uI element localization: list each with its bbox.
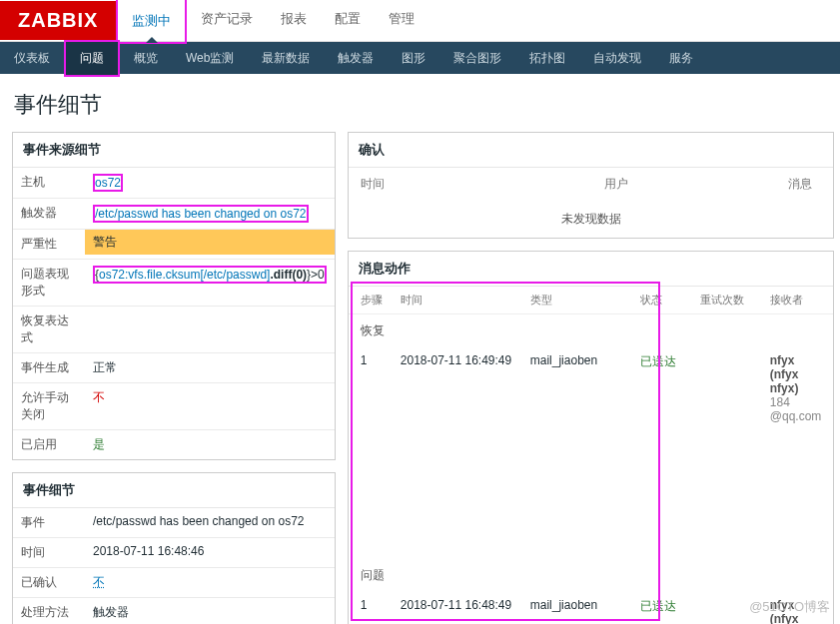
actions-panel: 消息动作 步骤 时间 类型 状态 重试次数 接收者 恢复 1 2018-07-1…: [348, 251, 835, 624]
actions-title: 消息动作: [349, 252, 834, 287]
expr-host-link[interactable]: os72:vfs.file.cksum[/etc/passwd]: [99, 268, 270, 282]
subnav-web[interactable]: Web监测: [172, 42, 248, 75]
event-value: /etc/passwd has been changed on os72: [85, 508, 335, 537]
subnav-maps[interactable]: 拓扑图: [515, 42, 579, 75]
host-label: 主机: [13, 168, 85, 198]
trigger-link[interactable]: /etc/passwd has been changed on os72: [95, 207, 307, 221]
col-type: 类型: [530, 293, 630, 308]
subnav-discovery[interactable]: 自动发现: [579, 42, 655, 75]
row-step: 1: [361, 353, 391, 367]
source-title: 事件来源细节: [13, 133, 335, 168]
enabled-value: 是: [85, 430, 335, 459]
manual-value: 不: [85, 383, 335, 429]
subnav-overview[interactable]: 概览: [120, 42, 172, 75]
severity-label: 严重性: [13, 230, 85, 259]
row-recv-email: 184 @qq.com: [770, 395, 822, 423]
confirm-col-msg: 消息: [788, 176, 812, 193]
col-retry: 重试次数: [700, 293, 760, 308]
confirm-title: 确认: [349, 133, 834, 168]
detail-panel: 事件细节 事件 /etc/passwd has been changed on …: [12, 472, 336, 624]
watermark: @51CTO博客: [749, 598, 830, 616]
action-row: 1 2018-07-11 16:49:49 mail_jiaoben 已送达 n…: [349, 347, 834, 429]
col-time: 时间: [401, 293, 520, 308]
topnav-monitoring[interactable]: 监测中: [118, 0, 185, 42]
row-type: mail_jiaoben: [530, 353, 630, 367]
sub-nav: 仪表板 问题 概览 Web监测 最新数据 触发器 图形 聚合图形 拓扑图 自动发…: [0, 42, 840, 74]
topnav-inventory[interactable]: 资产记录: [187, 0, 267, 44]
logo: ZABBIX: [0, 1, 116, 40]
subnav-latest[interactable]: 最新数据: [248, 42, 324, 75]
recovery-expr-label: 恢复表达式: [13, 307, 85, 352]
time-value: 2018-07-11 16:48:46: [85, 538, 335, 567]
expr-tail: }>0: [307, 268, 325, 282]
subnav-dashboard[interactable]: 仪表板: [0, 42, 64, 75]
process-value: 触发器: [85, 598, 335, 624]
subnav-screens[interactable]: 聚合图形: [439, 42, 515, 75]
row-status: 已送达: [640, 598, 690, 615]
enabled-label: 已启用: [13, 430, 85, 459]
topnav-admin[interactable]: 管理: [375, 0, 428, 44]
recovery-section: 恢复: [349, 314, 834, 347]
col-recv: 接收者: [770, 293, 822, 308]
col-step: 步骤: [361, 293, 391, 308]
ack-label: 已确认: [13, 568, 85, 597]
time-label: 时间: [13, 538, 85, 567]
subnav-graphs[interactable]: 图形: [388, 42, 439, 75]
page-title: 事件细节: [0, 74, 840, 132]
subnav-services[interactable]: 服务: [655, 42, 707, 75]
ack-link[interactable]: 不: [93, 575, 105, 589]
host-link[interactable]: os72: [95, 176, 121, 190]
process-label: 处理方法: [13, 598, 85, 624]
gen-value: 正常: [85, 353, 335, 382]
row-time: 2018-07-11 16:48:49: [401, 598, 520, 612]
confirm-no-data: 未发现数据: [349, 201, 834, 238]
source-panel: 事件来源细节 主机 os72 触发器 /etc/passwd has been …: [12, 132, 336, 460]
expr-label: 问题表现形式: [13, 260, 85, 306]
trigger-label: 触发器: [13, 199, 85, 229]
row-time: 2018-07-11 16:49:49: [401, 353, 520, 367]
detail-title: 事件细节: [13, 473, 335, 508]
row-type: mail_jiaoben: [530, 598, 630, 612]
subnav-triggers[interactable]: 触发器: [324, 42, 388, 75]
topnav-reports[interactable]: 报表: [267, 0, 321, 44]
expr-diff: .diff(0): [270, 268, 307, 282]
confirm-col-time: 时间: [361, 176, 385, 193]
confirm-col-user: 用户: [604, 176, 628, 193]
topnav-config[interactable]: 配置: [321, 0, 375, 44]
manual-label: 允许手动关闭: [13, 383, 85, 429]
row-step: 1: [361, 598, 391, 612]
subnav-problems[interactable]: 问题: [66, 42, 118, 75]
col-status: 状态: [640, 293, 690, 308]
top-nav: 监测中 资产记录 报表 配置 管理: [116, 0, 428, 44]
event-label: 事件: [13, 508, 85, 537]
row-status: 已送达: [640, 353, 690, 370]
severity-badge: 警告: [85, 230, 335, 255]
confirm-panel: 确认 时间 用户 消息 未发现数据: [348, 132, 835, 239]
problem-section: 问题: [349, 559, 834, 592]
gen-label: 事件生成: [13, 353, 85, 382]
row-recv-name: nfyx (nfyx nfyx): [770, 353, 822, 395]
